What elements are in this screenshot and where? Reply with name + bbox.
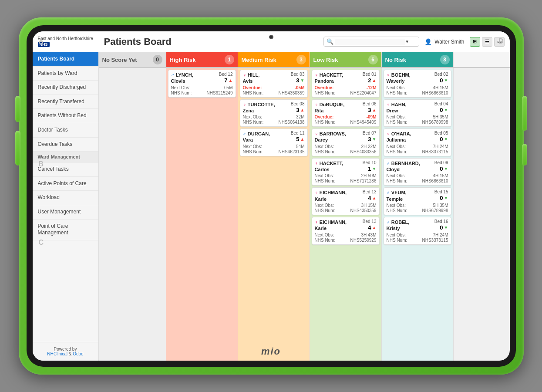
footer-nhclinical-link[interactable]: NHClinical [47, 351, 67, 356]
nhs-number: NHS4083356 [350, 149, 376, 154]
card-detail-obs: Next Obs: 54M [243, 144, 305, 149]
nhs-number: NHS6863610 [422, 179, 448, 183]
card-detail-obs: Next Obs: 4H 15M [387, 173, 448, 178]
card-detail-obs: Next Obs: 4H 15M [387, 85, 448, 90]
score-value: 0 ▼ [440, 195, 448, 201]
score-value: 1 ▼ [368, 166, 376, 172]
gender-icon: ♀ [315, 161, 318, 166]
left-button-top[interactable] [15, 96, 20, 122]
card-detail-obs: Overdue: -05M [243, 85, 305, 90]
right-button-bot[interactable] [522, 144, 527, 166]
sidebar-item-recently-discharged[interactable]: Recently Discharged [33, 81, 98, 95]
card-detail-nhs: NHS Num: NHS7171286 [315, 179, 377, 183]
search-dropdown-icon[interactable]: ▼ [405, 39, 409, 44]
search-bar[interactable]: 🔍 ▼ [323, 37, 419, 47]
card-detail-nhs: NHS Num: NHS5250929 [315, 238, 377, 243]
card-detail-obs: Next Obs: 3H 43M [315, 233, 377, 237]
patient-card[interactable]: ♂ DURGAN,Vara Bed 11 5 ▲ Next Obs: [240, 128, 308, 156]
patient-card[interactable]: ♀ EICHMANN,Karie Bed 13 4 ▲ Next Obs: [312, 217, 380, 245]
bed-score: Bed 09 0 ▼ [434, 160, 448, 172]
col-label-no-score: No Score Yet [102, 57, 137, 63]
patient-card[interactable]: ♂ VEUM,Temple Bed 15 0 ▼ Next Obs: [384, 187, 451, 215]
card-detail-nhs: NHS Num: NHS6789998 [387, 208, 448, 213]
patient-card[interactable]: ♂ LYNCH,Clovis Bed 12 7 ▲ Next Obs: [168, 70, 236, 98]
patient-card[interactable]: ♀ O'HARA,Julianna Bed 05 0 ▼ Next Obs: [384, 128, 451, 156]
patient-card[interactable]: ♀ DuBUQUE,Rita Bed 06 3 ▲ Overdue: [312, 99, 380, 127]
nhs-label: NHS Num: [243, 149, 264, 154]
footer-odoo-link[interactable]: Odoo [73, 351, 83, 356]
sidebar-item-point-of-care-management[interactable]: Point of Care Management [33, 220, 98, 240]
card-detail-nhs: NHS Num: NHS6215249 [171, 91, 233, 95]
arrow-down-icon: ▼ [300, 78, 305, 83]
nhs-label: NHS Num: [387, 208, 407, 213]
obs-label: Next Obs: [315, 203, 334, 208]
arrow-down-icon: ▼ [444, 225, 448, 230]
patient-card[interactable]: ♀ HILL,Avis Bed 03 3 ▼ Overdue: - [240, 70, 308, 98]
search-input[interactable] [335, 39, 405, 45]
patient-card[interactable]: ♀ HACKETT,Pandora Bed 01 2 ▲ Overdue: [312, 70, 380, 98]
sidebar-item-workload[interactable]: Workload [33, 191, 98, 205]
card-detail-nhs: NHS Num: NHS4945409 [315, 120, 377, 125]
score-value: 3 ▼ [296, 77, 304, 84]
bed-number: Bed 13 [363, 219, 377, 224]
patient-name: ♀ HAHN,Drew [387, 101, 407, 114]
right-button-top[interactable] [522, 96, 527, 131]
obs-label: Next Obs: [315, 144, 334, 149]
patient-card[interactable]: ♂ BERNHARD,Cloyd Bed 09 0 ▼ Next Obs: [384, 158, 451, 186]
card-detail-nhs: NHS Num: NHS6863610 [387, 91, 448, 95]
gender-icon: ♀ [315, 220, 318, 225]
list-view-button[interactable]: ☰ [482, 37, 492, 47]
card-detail-nhs: NHS Num: NHS3373115 [387, 238, 448, 243]
patient-card[interactable]: ♀ BARROWS,Darcy Bed 07 3 ▼ Next Obs: [312, 128, 380, 156]
bed-score: Bed 16 0 ▼ [434, 219, 448, 231]
card-detail-nhs: NHS Num: NHS6863610 [387, 179, 448, 183]
gender-icon: ♂ [387, 161, 390, 166]
card-top: ♀ HILL,Avis Bed 03 3 ▼ [243, 72, 305, 84]
gender-icon: ♀ [315, 102, 318, 107]
bed-number: Bed 09 [434, 160, 448, 165]
col-label-medium-risk: Medium Risk [242, 57, 276, 63]
sidebar-item-patients-without-bed[interactable]: Patients Without Bed [33, 109, 98, 123]
patient-card[interactable]: ♀ HAHN,Drew Bed 04 0 ▼ Next Obs: [384, 99, 451, 127]
patient-card[interactable]: ♀ HACKETT,Carlos Bed 10 1 ▼ Next Obs: [312, 158, 380, 186]
patient-name: ♀ EICHMANN,Karie [315, 219, 347, 232]
patient-card[interactable]: ♀ BOEHM,Waverly Bed 02 0 ▼ Next Obs: [384, 70, 451, 98]
sidebar-item-recently-transfered[interactable]: Recently Transfered [33, 95, 98, 109]
patient-card[interactable]: ♀ TURCOTTE,Zena Bed 08 3 ▲ Next Obs: [240, 99, 308, 127]
sidebar-item-doctor-tasks[interactable]: Doctor Tasks [33, 123, 98, 138]
nhs-label: NHS Num: [387, 120, 407, 125]
patient-name: ♂ DURGAN,Vara [243, 131, 270, 143]
patient-card[interactable]: ♂ ROBEL,Kristy Bed 16 0 ▼ Next Obs: [384, 217, 451, 245]
camera [269, 35, 273, 39]
sidebar-item-overdue-tasks[interactable]: Overdue Tasks [33, 138, 98, 152]
patient-card[interactable]: ♀ EICHMANN,Karie Bed 13 4 ▲ Next Obs: [312, 187, 380, 215]
sidebar-item-patients-board[interactable]: Patients Board [33, 52, 98, 67]
obs-value: -09M [367, 115, 377, 119]
nhs-number: NHS6215249 [206, 91, 232, 95]
bed-number: Bed 06 [363, 101, 377, 106]
nhs-number: NHS4945409 [350, 120, 376, 125]
obs-value: 7H 24M [433, 144, 448, 149]
obs-value: -12M [367, 85, 377, 90]
grid-view-button[interactable]: ⊞ [470, 37, 480, 47]
col-label-no-risk: No Risk [385, 57, 406, 63]
tablet-inner: A B C D East and North Hertfordshire NHS… [27, 25, 516, 367]
patient-name: ♀ TURCOTTE,Zena [243, 101, 275, 114]
obs-label: Next Obs: [387, 115, 406, 119]
sidebar-item-patients-by-ward[interactable]: Patients by Ward [33, 67, 98, 81]
col-count-no-score: 0 [153, 55, 162, 64]
bed-score: Bed 02 0 ▼ [434, 72, 448, 84]
col-header-no-score: No Score Yet 0 [99, 52, 166, 67]
nhs-label: NHS Num: [387, 149, 407, 154]
nhs-number: NHS6789998 [422, 208, 448, 213]
sidebar-item-user-management[interactable]: User Management [33, 205, 98, 220]
sidebar-item-active-points-of-care[interactable]: Active Points of Care [33, 177, 98, 191]
nhs-label: NHS Num: [387, 238, 407, 243]
obs-label: Next Obs: [171, 85, 190, 90]
obs-label: Next Obs: [387, 203, 406, 208]
arrow-up-icon: ▲ [229, 78, 233, 83]
col-header-medium-risk: Medium Risk 3 [238, 52, 310, 67]
user-name: Walter Smith [434, 39, 464, 45]
card-detail-nhs: NHS Num: NHS4623135 [243, 149, 305, 154]
left-button-mid[interactable] [15, 131, 20, 166]
